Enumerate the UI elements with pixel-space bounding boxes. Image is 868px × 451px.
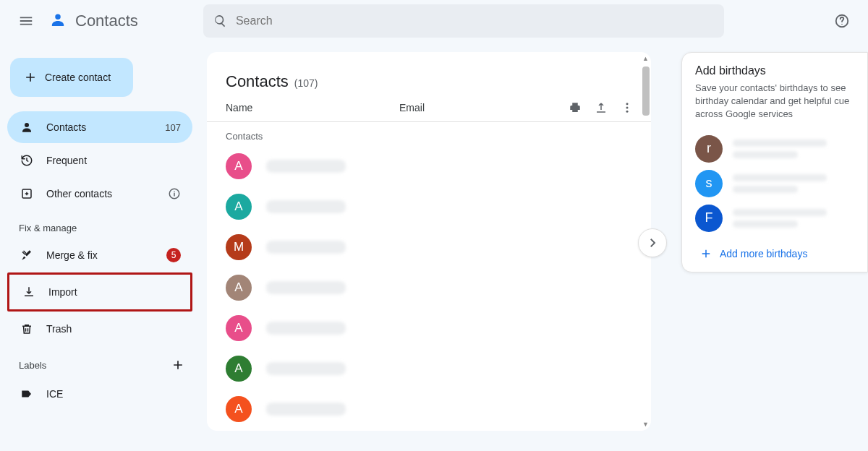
labels-title-text: Labels xyxy=(19,360,46,371)
panel-desc: Save your contacts' birthdays to see bir… xyxy=(695,82,867,121)
contact-row[interactable]: A xyxy=(207,389,651,429)
contact-row[interactable]: A xyxy=(207,146,651,186)
more-vert-icon xyxy=(621,101,634,114)
contact-row[interactable]: A xyxy=(207,348,651,389)
create-contact-button[interactable]: Create contact xyxy=(10,58,133,97)
contact-row[interactable]: M xyxy=(207,227,651,267)
list-count: (107) xyxy=(294,77,318,89)
help-icon xyxy=(834,13,850,29)
contact-name-blurred xyxy=(266,322,346,335)
export-button[interactable] xyxy=(595,101,608,114)
svg-point-8 xyxy=(626,111,629,113)
add-label-button[interactable] xyxy=(171,358,185,372)
col-name: Name xyxy=(226,102,399,113)
contact-avatar: A xyxy=(226,153,252,179)
svg-point-7 xyxy=(626,107,629,109)
birthday-text-blurred xyxy=(733,174,827,193)
svg-point-3 xyxy=(25,123,29,127)
scroll-down-icon: ▼ xyxy=(642,421,649,428)
content-area: Contacts (107) Name Email Contacts AAMAA… xyxy=(200,42,868,451)
birthday-text-blurred xyxy=(733,139,827,158)
sidebar: Create contact Contacts 107 Frequent Oth… xyxy=(0,42,200,451)
contact-name-blurred xyxy=(266,241,346,254)
labels-title: Labels xyxy=(19,358,192,372)
svg-point-0 xyxy=(55,14,60,19)
svg-point-6 xyxy=(626,103,629,105)
sidebar-item-other-contacts[interactable]: Other contacts xyxy=(7,178,192,210)
person-icon xyxy=(48,11,68,31)
sidebar-item-label: Trash xyxy=(46,323,72,335)
archive-icon xyxy=(20,187,33,200)
contact-row[interactable]: A xyxy=(207,186,651,227)
sidebar-item-label: Frequent xyxy=(46,155,87,166)
sidebar-item-frequent[interactable]: Frequent xyxy=(7,145,192,176)
svg-point-2 xyxy=(841,24,842,25)
sidebar-item-label: Contacts xyxy=(46,121,86,133)
birthday-row[interactable]: s xyxy=(695,166,867,201)
sidebar-item-label: Merge & fix xyxy=(46,249,98,261)
plus-icon xyxy=(171,358,185,372)
upload-icon xyxy=(595,101,608,114)
contact-avatar: A xyxy=(226,275,252,301)
contact-avatar: A xyxy=(226,396,252,422)
group-header: Contacts xyxy=(207,122,651,146)
search-input[interactable] xyxy=(236,14,714,27)
add-more-label: Add more birthdays xyxy=(720,248,807,259)
sidebar-item-count: 107 xyxy=(165,122,181,133)
contact-name-blurred xyxy=(266,362,346,375)
sidebar-item-contacts[interactable]: Contacts 107 xyxy=(7,111,192,143)
menu-icon xyxy=(18,13,34,29)
contact-row[interactable]: A xyxy=(207,308,651,348)
contact-name-blurred xyxy=(266,160,346,173)
scroll-thumb[interactable] xyxy=(642,66,650,116)
hamburger-menu-button[interactable] xyxy=(12,7,41,35)
contact-name-blurred xyxy=(266,403,346,416)
info-icon[interactable] xyxy=(168,187,181,200)
contacts-card: Contacts (107) Name Email Contacts AAMAA… xyxy=(207,52,651,431)
birthday-row[interactable]: F xyxy=(695,201,867,236)
print-icon xyxy=(569,101,582,114)
history-icon xyxy=(20,154,33,167)
plus-icon xyxy=(699,247,712,260)
merge-fix-badge: 5 xyxy=(166,248,181,262)
person-icon xyxy=(20,121,33,134)
more-menu-button[interactable] xyxy=(621,101,634,114)
fix-manage-title: Fix & manage xyxy=(19,223,192,233)
panel-chevron-button[interactable] xyxy=(638,228,667,257)
sidebar-item-label: ICE xyxy=(46,388,63,400)
sidebar-item-trash[interactable]: Trash xyxy=(7,313,192,345)
contact-avatar: M xyxy=(226,234,252,260)
contact-name-blurred xyxy=(266,281,346,294)
add-more-birthdays-button[interactable]: Add more birthdays xyxy=(695,247,867,260)
contact-row[interactable]: A xyxy=(207,267,651,308)
contact-avatar: A xyxy=(226,356,252,382)
birthday-avatar: r xyxy=(695,135,723,163)
app-title: Contacts xyxy=(75,12,138,30)
contact-avatar: A xyxy=(226,315,252,341)
search-bar[interactable] xyxy=(203,4,724,38)
label-icon xyxy=(20,387,33,400)
print-button[interactable] xyxy=(569,101,582,114)
plus-icon xyxy=(23,70,38,85)
list-title: Contacts xyxy=(226,72,289,91)
birthdays-panel: Add birthdays Save your contacts' birthd… xyxy=(681,52,868,272)
panel-title: Add birthdays xyxy=(695,64,867,77)
sidebar-item-merge-fix[interactable]: Merge & fix 5 xyxy=(7,239,192,271)
download-icon xyxy=(22,285,35,298)
chevron-right-icon xyxy=(646,236,659,249)
birthday-row[interactable]: r xyxy=(695,132,867,166)
create-contact-label: Create contact xyxy=(45,72,111,83)
sidebar-item-label: Other contacts xyxy=(46,188,112,199)
contacts-logo xyxy=(43,7,72,35)
sidebar-item-import[interactable]: Import xyxy=(9,276,190,308)
search-icon xyxy=(213,14,227,28)
trash-icon xyxy=(20,322,33,335)
contact-avatar: A xyxy=(226,194,252,220)
birthday-text-blurred xyxy=(733,209,827,228)
column-header-row: Name Email xyxy=(207,101,651,122)
sidebar-label-ice[interactable]: ICE xyxy=(7,378,192,410)
help-button[interactable] xyxy=(827,7,856,35)
contact-name-blurred xyxy=(266,200,346,213)
sidebar-item-label: Import xyxy=(48,286,77,298)
birthday-avatar: s xyxy=(695,170,723,197)
